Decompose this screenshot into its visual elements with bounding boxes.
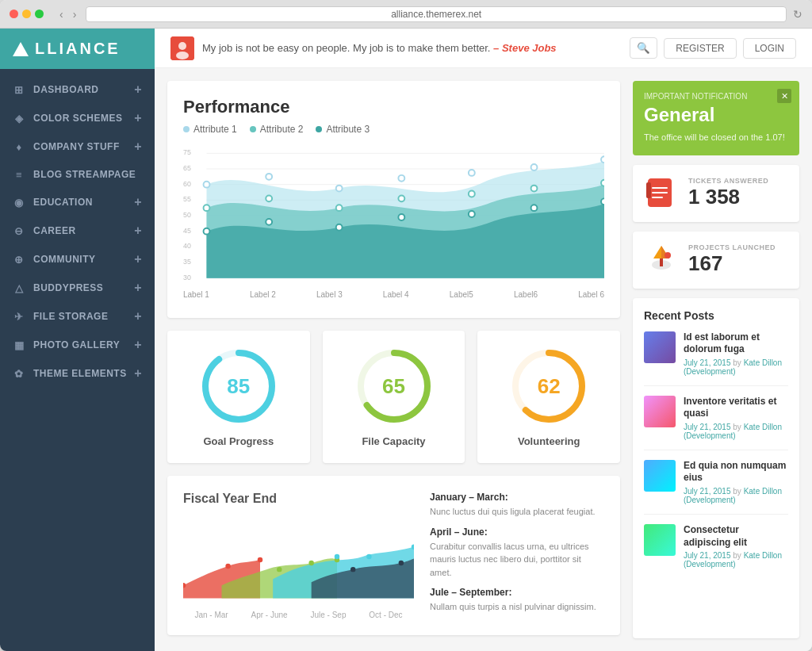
projects-icon bbox=[644, 243, 679, 278]
tickets-label: TICKETS ANSWERED bbox=[688, 177, 788, 185]
tickets-info: TICKETS ANSWERED 1 358 bbox=[688, 177, 788, 209]
post-thumb-2 bbox=[644, 396, 676, 427]
svg-point-1 bbox=[178, 42, 186, 50]
svg-point-26 bbox=[531, 164, 538, 170]
legend-item-2: Attribute 2 bbox=[250, 124, 304, 135]
performance-panel: Performance Attribute 1 Attribute 2 bbox=[167, 81, 620, 318]
browser-dots bbox=[10, 10, 44, 18]
volunteering-panel: 62 Volunteering bbox=[477, 331, 620, 463]
nav-plus-icon[interactable]: + bbox=[134, 252, 142, 266]
sidebar-item-education[interactable]: ◉ EDUCATION + bbox=[0, 188, 155, 216]
address-bar[interactable] bbox=[86, 6, 787, 22]
fiscal-title: Fiscal Year End bbox=[183, 492, 414, 506]
svg-point-25 bbox=[469, 170, 475, 176]
sidebar-item-label: THEME ELEMENTS bbox=[33, 368, 127, 379]
projects-label: PROJECTS LAUNCHED bbox=[688, 243, 788, 251]
recent-posts-title: Recent Posts bbox=[644, 309, 788, 322]
search-button[interactable]: 🔍 bbox=[630, 37, 657, 59]
nav-plus-icon[interactable]: + bbox=[134, 309, 142, 324]
post-meta-2: July 21, 2015 by Kate Dillon (Developmen… bbox=[684, 423, 788, 440]
nav-plus-icon[interactable]: + bbox=[134, 338, 142, 352]
post-thumb-4 bbox=[644, 524, 676, 556]
post-title-3: Ed quia non numquam eius bbox=[684, 460, 788, 484]
login-button[interactable]: LOGIN bbox=[743, 38, 796, 59]
notification-close-button[interactable]: ✕ bbox=[777, 89, 791, 103]
sidebar-item-blog-streampage[interactable]: ≡ BLOG STREAMPAGE bbox=[0, 161, 155, 188]
dot-red[interactable] bbox=[10, 10, 18, 18]
post-thumb-1 bbox=[644, 331, 676, 363]
color-schemes-icon: ◈ bbox=[13, 112, 25, 124]
sidebar-item-label: EDUCATION bbox=[33, 197, 93, 208]
sidebar-item-theme-elements[interactable]: ✿ THEME ELEMENTS + bbox=[0, 359, 155, 388]
nav-plus-icon[interactable]: + bbox=[134, 82, 142, 97]
back-button[interactable]: ‹ bbox=[56, 6, 67, 22]
post-title-4: Consectetur adipiscing elit bbox=[684, 524, 788, 549]
nav-plus-icon[interactable]: + bbox=[134, 195, 142, 209]
nav-plus-icon[interactable]: + bbox=[134, 224, 142, 238]
sidebar-item-community[interactable]: ⊕ COMMUNITY + bbox=[0, 245, 155, 274]
sidebar-item-file-storage[interactable]: ✈ FILE STORAGE + bbox=[0, 302, 155, 331]
fiscal-panel: Fiscal Year End bbox=[167, 476, 620, 635]
career-icon: ⊖ bbox=[13, 224, 25, 237]
nav-item-left: ✿ THEME ELEMENTS bbox=[13, 367, 127, 380]
svg-rect-64 bbox=[646, 182, 651, 198]
svg-rect-62 bbox=[652, 192, 668, 193]
post-content-4: Consectetur adipiscing elit July 21, 201… bbox=[684, 524, 788, 569]
legend-item-3: Attribute 3 bbox=[316, 124, 370, 135]
svg-point-57 bbox=[350, 567, 355, 572]
progress-row: 85 Goal Progress 65 bbox=[167, 331, 620, 463]
nav-plus-icon[interactable]: + bbox=[134, 140, 142, 154]
sidebar-item-company-stuff[interactable]: ♦ COMPANY STUFF + bbox=[0, 132, 155, 161]
goal-progress-panel: 85 Goal Progress bbox=[167, 331, 310, 463]
file-storage-icon: ✈ bbox=[13, 310, 25, 323]
svg-point-58 bbox=[399, 561, 404, 565]
post-item-1: Id est laborum et dolorum fuga July 21, … bbox=[644, 331, 788, 386]
svg-point-22 bbox=[266, 174, 272, 180]
sidebar-item-label: BUDDYPRESS bbox=[33, 282, 103, 293]
chart-title: Performance bbox=[183, 97, 604, 117]
dot-yellow[interactable] bbox=[22, 10, 31, 18]
svg-point-36 bbox=[266, 219, 272, 225]
nav-plus-icon[interactable]: + bbox=[134, 111, 142, 125]
legend-dot-2 bbox=[250, 126, 256, 132]
svg-text:60: 60 bbox=[183, 180, 191, 188]
svg-point-35 bbox=[204, 228, 210, 235]
sidebar-item-career[interactable]: ⊖ CAREER + bbox=[0, 216, 155, 245]
projects-panel: PROJECTS LAUNCHED 167 bbox=[633, 232, 799, 289]
post-item-2: Inventore veritatis et quasi July 21, 20… bbox=[644, 396, 788, 450]
register-button[interactable]: REGISTER bbox=[664, 38, 736, 59]
sidebar-item-buddypress[interactable]: △ BUDDYPRESS + bbox=[0, 274, 155, 302]
sidebar-item-label: DASHBOARD bbox=[33, 84, 99, 95]
svg-text:65: 65 bbox=[183, 164, 191, 172]
main-content: My job is not be easy on people. My job … bbox=[155, 29, 812, 651]
education-icon: ◉ bbox=[13, 196, 25, 209]
photo-gallery-icon: ▦ bbox=[13, 339, 25, 351]
nav-plus-icon[interactable]: + bbox=[134, 281, 142, 295]
period-apr-jun-text: Curabitur convallis lacus urna, eu ultri… bbox=[430, 540, 604, 580]
svg-point-29 bbox=[266, 195, 272, 201]
goal-progress-circle: 85 bbox=[199, 347, 278, 426]
svg-point-40 bbox=[531, 205, 538, 211]
sidebar-item-dashboard[interactable]: ⊞ DASHBOARD + bbox=[0, 75, 155, 104]
nav-plus-icon[interactable]: + bbox=[134, 366, 142, 381]
avatar bbox=[170, 36, 194, 60]
svg-point-31 bbox=[398, 195, 404, 201]
dot-green[interactable] bbox=[35, 10, 44, 18]
file-capacity-value: 65 bbox=[382, 374, 405, 399]
forward-button[interactable]: › bbox=[70, 6, 80, 22]
svg-point-28 bbox=[204, 205, 210, 211]
nav-item-left: ◈ COLOR SCHEMES bbox=[13, 112, 123, 124]
legend-item-1: Attribute 1 bbox=[183, 124, 237, 135]
svg-rect-69 bbox=[660, 258, 663, 266]
sidebar-item-color-schemes[interactable]: ◈ COLOR SCHEMES + bbox=[0, 104, 155, 132]
sidebar-item-photo-gallery[interactable]: ▦ PHOTO GALLERY + bbox=[0, 331, 155, 359]
volunteering-value: 62 bbox=[538, 374, 561, 399]
tickets-icon bbox=[644, 176, 679, 211]
goal-progress-label: Goal Progress bbox=[203, 435, 274, 447]
svg-point-34 bbox=[601, 180, 604, 186]
period-jan-mar-text: Nunc luctus dui quis ligula placerat feu… bbox=[430, 505, 604, 519]
sidebar-item-label: COMMUNITY bbox=[33, 254, 96, 265]
nav-item-left: ⊞ DASHBOARD bbox=[13, 83, 99, 96]
refresh-icon[interactable]: ↻ bbox=[793, 8, 802, 21]
post-item-3: Ed quia non numquam eius July 21, 2015 b… bbox=[644, 460, 788, 515]
